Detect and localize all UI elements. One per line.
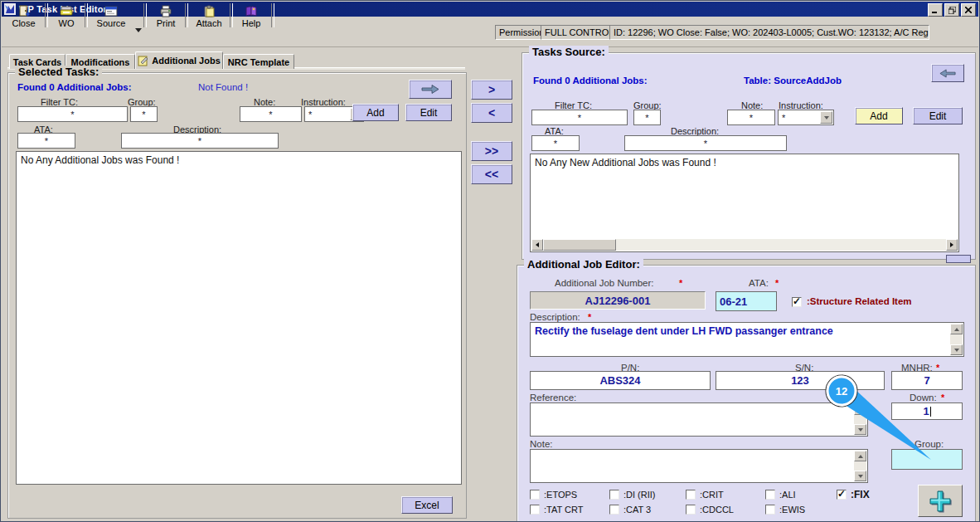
cdccl-label: :CDCCL: [700, 505, 734, 515]
toolbar-wo-label: WO: [59, 18, 75, 28]
selected-note-input[interactable]: *: [240, 106, 302, 122]
move-all-left-button[interactable]: <<: [471, 164, 512, 184]
tat-crt-label: :TAT CRT: [544, 505, 583, 515]
source-dropdown-icon[interactable]: [135, 28, 142, 32]
tab-nrc-template[interactable]: NRC Template: [223, 54, 294, 69]
wo-machine-icon: [60, 5, 73, 17]
plus-icon: [928, 489, 953, 514]
scroll-down-icon[interactable]: [854, 471, 866, 481]
source-add-button[interactable]: Add: [855, 107, 903, 124]
selected-found-count: Found 0 Additional Jobs:: [17, 82, 132, 92]
scroll-down-icon[interactable]: [950, 344, 963, 355]
close-icon: [965, 7, 972, 13]
permission-value: FULL CONTROL: [541, 25, 615, 40]
move-right-button[interactable]: >: [471, 80, 512, 100]
selected-filter-tc-input[interactable]: *: [17, 106, 128, 122]
toolbar-close-button[interactable]: Close: [4, 2, 43, 30]
job-number-required: *: [679, 278, 682, 288]
toolbar-print-button[interactable]: Print: [147, 2, 185, 30]
tat-crt-checkbox[interactable]: [530, 505, 540, 515]
scroll-left-icon[interactable]: [531, 239, 543, 251]
selected-status-text: Not Found !: [198, 82, 248, 92]
source-edit-button[interactable]: Edit: [913, 107, 963, 124]
job-number-label: Additional Job Number:: [555, 278, 654, 288]
close-button[interactable]: [961, 3, 976, 17]
selected-description-input[interactable]: *: [121, 133, 279, 149]
job-editor-title: Additional Job Editor:: [524, 258, 643, 271]
source-window-icon: [104, 5, 118, 17]
source-table-name: Table: SourceAddJob: [744, 76, 842, 85]
source-ata-input[interactable]: *: [531, 135, 580, 151]
tasks-source-empty-message: No Any New Additional Jobs was Found !: [531, 154, 958, 171]
annotation-pointer: [842, 388, 931, 460]
fix-label: :FIX: [851, 489, 870, 500]
source-move-left-button[interactable]: [931, 64, 964, 82]
di-rii-checkbox[interactable]: [609, 490, 619, 500]
tab-additional-jobs[interactable]: Additional Jobs: [135, 51, 223, 69]
toolbar-help-button[interactable]: Help: [233, 2, 269, 30]
job-number-field: AJ12296-001: [530, 291, 706, 310]
source-group-input[interactable]: *: [633, 110, 661, 125]
ali-label: :ALI: [779, 490, 796, 500]
crit-checkbox[interactable]: [686, 490, 696, 500]
tasks-source-list[interactable]: No Any New Additional Jobs was Found !: [530, 154, 959, 252]
ali-checkbox[interactable]: [765, 490, 775, 500]
ewis-label: :EWIS: [779, 505, 805, 515]
scrollbar-thumb[interactable]: [543, 239, 616, 251]
selected-group-input[interactable]: *: [130, 106, 158, 122]
tasks-source-title: Tasks Source:: [529, 46, 609, 58]
workorder-info: ID: 12296; WO Close: False; WO: 202403-L…: [609, 25, 929, 40]
obscured-button-fragment: [946, 255, 971, 263]
editor-description-textarea[interactable]: Rectify the fuselage dent under LH FWD p…: [530, 322, 964, 357]
selected-move-right-button[interactable]: [409, 80, 452, 99]
toolbar-attach-button[interactable]: Attach: [188, 2, 230, 30]
source-filter-tc-input[interactable]: *: [531, 110, 628, 125]
scroll-right-icon[interactable]: [946, 239, 958, 251]
editor-description-label: Description:: [530, 312, 580, 322]
scroll-up-icon[interactable]: [950, 324, 963, 334]
editor-ata-label: ATA:: [749, 278, 769, 288]
tab-additional-jobs-label: Additional Jobs: [152, 56, 221, 66]
tab-nrc-template-label: NRC Template: [228, 57, 289, 67]
pn-field[interactable]: ABS324: [530, 371, 711, 390]
fix-checkbox[interactable]: [837, 490, 847, 500]
toolbar-help-label: Help: [242, 18, 261, 28]
move-left-button[interactable]: <: [471, 103, 512, 123]
window-controls: [928, 3, 976, 17]
etops-checkbox[interactable]: [530, 490, 540, 500]
add-job-plus-button[interactable]: [918, 485, 963, 517]
arrow-left-icon: [939, 69, 956, 78]
toolbar-source-button[interactable]: Source: [88, 2, 134, 30]
move-all-right-button[interactable]: >>: [471, 141, 512, 161]
restore-icon: [948, 7, 956, 14]
reference-label: Reference:: [530, 393, 576, 402]
selected-add-button[interactable]: Add: [352, 104, 399, 121]
source-note-input[interactable]: *: [727, 110, 775, 125]
source-instruction-select[interactable]: *: [778, 110, 834, 125]
cdccl-checkbox[interactable]: [686, 505, 696, 515]
instruction-dropdown-icon[interactable]: [820, 111, 832, 124]
editor-ata-required: *: [775, 278, 779, 288]
toolbar-wo-button[interactable]: WO: [48, 2, 85, 30]
toolbar-print-label: Print: [157, 18, 176, 28]
restore-button[interactable]: [944, 3, 959, 17]
help-book-icon: [245, 5, 258, 17]
description-vscrollbar[interactable]: [950, 324, 963, 355]
editor-ata-field[interactable]: 06-21: [716, 291, 777, 311]
toolbar-source-label: Source: [97, 18, 126, 28]
step-annotation: 12: [817, 368, 942, 471]
selected-tasks-title: Selected Tasks:: [15, 66, 102, 78]
structure-related-label: :Structure Related Item: [807, 296, 912, 306]
source-list-hscrollbar[interactable]: [531, 239, 958, 251]
permission-label: Permission:: [495, 25, 546, 40]
attach-clipboard-icon: [202, 5, 216, 17]
selected-ata-input[interactable]: *: [17, 133, 75, 149]
excel-button[interactable]: Excel: [401, 496, 453, 514]
ewis-checkbox[interactable]: [765, 505, 775, 515]
minimize-button[interactable]: [928, 3, 943, 17]
selected-edit-button[interactable]: Edit: [405, 104, 452, 121]
structure-related-checkbox[interactable]: [792, 297, 802, 307]
source-description-input[interactable]: *: [624, 135, 787, 151]
selected-tasks-list[interactable]: No Any Additional Jobs was Found !: [16, 151, 462, 485]
cat3-checkbox[interactable]: [609, 505, 619, 515]
